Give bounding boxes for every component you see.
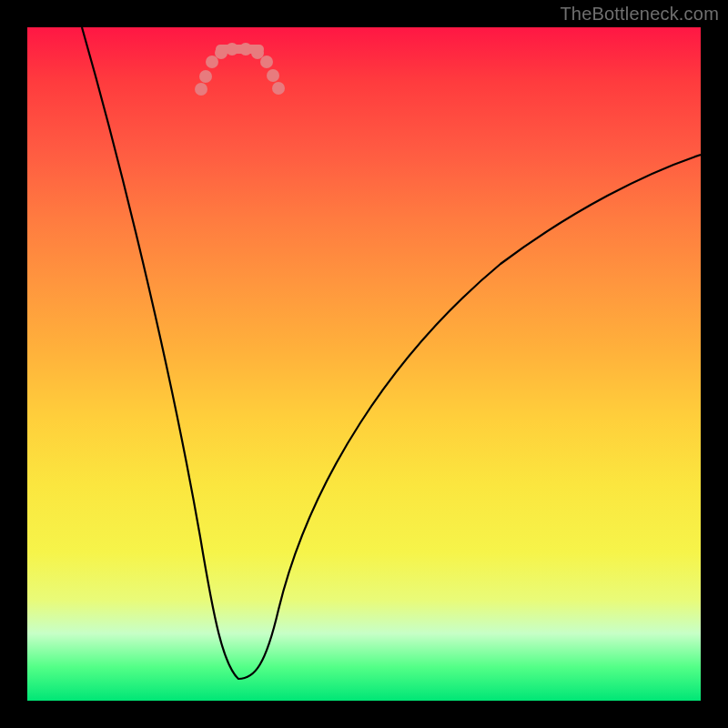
curve-marker-dot (260, 56, 273, 68)
curve-marker-dot (267, 69, 279, 82)
curve-valley-segment (216, 45, 264, 54)
curve-marker-dot (195, 83, 207, 96)
curve-marker-dot (272, 82, 285, 95)
bottleneck-curve (27, 27, 701, 701)
curve-marker-dot (199, 70, 212, 83)
curve-path (82, 27, 701, 679)
chart-plot-area (27, 27, 701, 701)
watermark-text: TheBottleneck.com (560, 4, 719, 25)
